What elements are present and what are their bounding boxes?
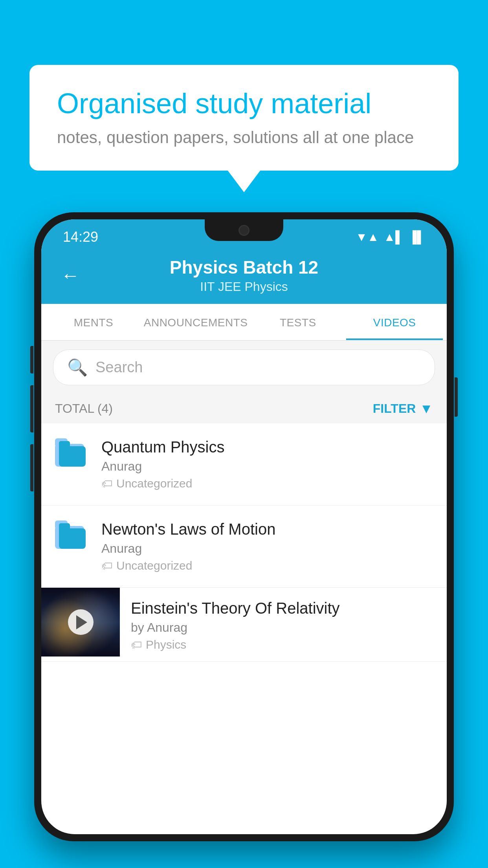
item-author: Anurag — [101, 459, 433, 474]
tabs-bar: MENTS ANNOUNCEMENTS TESTS VIDEOS — [41, 304, 447, 341]
item-title: Quantum Physics — [101, 438, 433, 456]
volume-silent-button — [30, 346, 33, 373]
video-content: Einstein's Theory Of Relativity by Anura… — [120, 588, 447, 661]
app-header: ← Physics Batch 12 IIT JEE Physics — [41, 249, 447, 304]
video-list: Quantum Physics Anurag 🏷 Uncategorized — [41, 423, 447, 662]
item-content: Newton's Laws of Motion Anurag 🏷 Uncateg… — [101, 520, 433, 572]
filter-icon: ▼ — [420, 401, 433, 416]
item-content: Quantum Physics Anurag 🏷 Uncategorized — [101, 438, 433, 490]
video-tag: 🏷 Physics — [131, 638, 435, 651]
search-bar[interactable]: 🔍 Search — [53, 349, 435, 385]
header-title-area: Physics Batch 12 IIT JEE Physics — [92, 257, 396, 294]
status-time: 14:29 — [63, 229, 98, 245]
search-icon: 🔍 — [67, 358, 88, 377]
play-triangle-icon — [76, 615, 87, 629]
folder-front — [59, 528, 86, 549]
power-button — [455, 377, 458, 417]
speech-bubble: Organised study material notes, question… — [29, 65, 459, 171]
wifi-icon: ▼▲ — [356, 230, 379, 244]
tab-ments[interactable]: MENTS — [45, 304, 142, 340]
volume-up-button — [30, 385, 33, 432]
tag-icon: 🏷 — [101, 477, 112, 490]
video-thumbnail — [41, 588, 120, 657]
video-author: by Anurag — [131, 620, 435, 635]
signal-icon: ▲▌ — [384, 230, 404, 244]
tag-label: Uncategorized — [116, 477, 192, 490]
tab-tests[interactable]: TESTS — [250, 304, 346, 340]
filter-row: TOTAL (4) FILTER ▼ — [41, 394, 447, 423]
filter-button[interactable]: FILTER ▼ — [373, 401, 433, 416]
tag-label: Physics — [146, 638, 186, 651]
status-icons: ▼▲ ▲▌ ▐▌ — [356, 230, 425, 244]
item-icon-area — [55, 520, 90, 549]
search-placeholder: Search — [95, 359, 143, 376]
tab-videos[interactable]: VIDEOS — [346, 304, 443, 340]
phone-notch — [205, 219, 283, 241]
search-bar-container: 🔍 Search — [41, 341, 447, 394]
tag-icon: 🏷 — [101, 559, 112, 572]
tag-icon: 🏷 — [131, 638, 142, 651]
item-title: Newton's Laws of Motion — [101, 520, 433, 538]
filter-label: FILTER — [373, 401, 416, 416]
bubble-subtitle: notes, question papers, solutions all at… — [57, 128, 431, 147]
item-tag: 🏷 Uncategorized — [101, 559, 433, 572]
header-subtitle: IIT JEE Physics — [92, 280, 396, 294]
tag-label: Uncategorized — [116, 559, 192, 572]
list-item[interactable]: Quantum Physics Anurag 🏷 Uncategorized — [41, 423, 447, 506]
total-count: TOTAL (4) — [55, 401, 113, 416]
play-button[interactable] — [68, 609, 94, 635]
item-icon-area — [55, 438, 90, 467]
battery-icon: ▐▌ — [408, 230, 425, 244]
folder-icon — [55, 440, 86, 467]
phone-screen: 14:29 ▼▲ ▲▌ ▐▌ ← Physics Batch 12 IIT JE… — [41, 219, 447, 834]
back-button[interactable]: ← — [61, 265, 80, 286]
item-author: Anurag — [101, 541, 433, 556]
phone-frame: 14:29 ▼▲ ▲▌ ▐▌ ← Physics Batch 12 IIT JE… — [34, 212, 454, 868]
item-tag: 🏷 Uncategorized — [101, 477, 433, 490]
video-title: Einstein's Theory Of Relativity — [131, 600, 435, 617]
bubble-title: Organised study material — [57, 86, 431, 120]
header-title: Physics Batch 12 — [92, 257, 396, 278]
list-item-video[interactable]: Einstein's Theory Of Relativity by Anura… — [41, 588, 447, 662]
front-camera — [238, 225, 250, 236]
tab-announcements[interactable]: ANNOUNCEMENTS — [142, 304, 250, 340]
volume-down-button — [30, 444, 33, 491]
folder-icon — [55, 522, 86, 549]
folder-front — [59, 446, 86, 467]
list-item[interactable]: Newton's Laws of Motion Anurag 🏷 Uncateg… — [41, 506, 447, 588]
